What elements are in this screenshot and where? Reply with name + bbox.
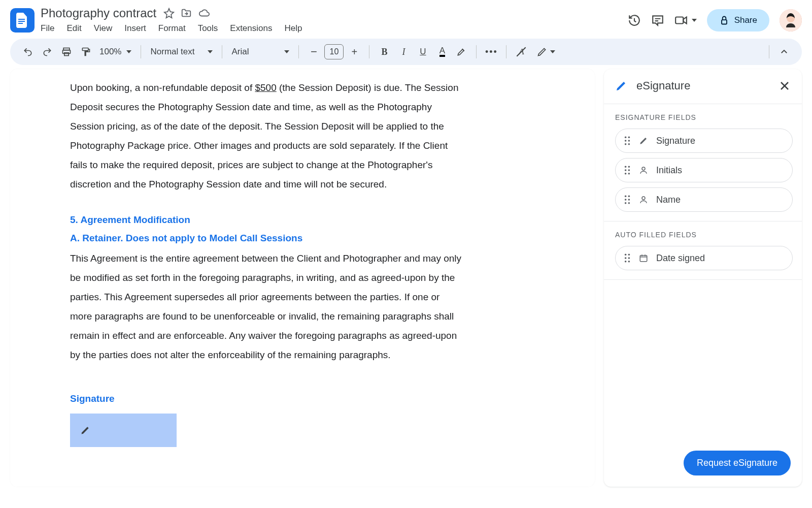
svg-point-36 (625, 257, 627, 259)
svg-point-23 (628, 169, 630, 171)
svg-point-21 (628, 166, 630, 168)
account-avatar[interactable] (780, 9, 802, 31)
signature-pen-icon (638, 136, 649, 145)
svg-point-26 (642, 167, 645, 170)
share-label: Share (734, 15, 757, 25)
menu-tools[interactable]: Tools (198, 23, 218, 34)
paragraph-agreement: This Agreement is the entire agreement b… (70, 249, 463, 365)
font-value: Arial (231, 47, 249, 57)
underline-button[interactable]: U (414, 43, 431, 60)
close-panel-button[interactable] (779, 80, 791, 92)
svg-rect-4 (722, 20, 727, 24)
svg-point-34 (625, 253, 627, 256)
style-value: Normal text (150, 47, 194, 57)
document-page[interactable]: Upon booking, a non-refundable deposit o… (10, 69, 595, 487)
comments-icon[interactable] (651, 14, 664, 27)
toolbar: 100% Normal text Arial − 10 + B I U A ••… (10, 39, 802, 65)
calendar-icon (638, 253, 649, 263)
bold-button[interactable]: B (376, 43, 393, 60)
person-icon (638, 195, 649, 204)
menu-insert[interactable]: Insert (124, 23, 146, 34)
svg-point-32 (628, 202, 630, 204)
svg-point-27 (625, 195, 627, 197)
signature-heading: Signature (70, 393, 463, 404)
clear-formatting-button[interactable]: A (513, 43, 530, 60)
doc-title[interactable]: Photography contract (41, 6, 156, 20)
undo-button[interactable] (19, 43, 37, 60)
section-title-auto-fields: AUTO FILLED FIELDS (615, 231, 793, 239)
svg-point-17 (628, 140, 630, 142)
chip-label: Signature (656, 136, 695, 146)
menu-edit[interactable]: Edit (66, 23, 81, 34)
font-size-input[interactable]: 10 (324, 44, 344, 59)
heading-5-agreement-modification: 5. Agreement Modification (70, 214, 463, 226)
text-color-button[interactable]: A (433, 43, 451, 60)
drag-handle-icon (624, 136, 631, 145)
print-button[interactable] (58, 43, 75, 60)
request-esignature-button[interactable]: Request eSignature (684, 451, 791, 475)
svg-rect-3 (675, 17, 683, 24)
section-title-esig-fields: ESIGNATURE FIELDS (615, 113, 793, 121)
svg-point-18 (625, 143, 627, 145)
menu-extensions[interactable]: Extensions (230, 23, 272, 34)
panel-title: eSignature (636, 79, 690, 92)
signature-field-placeholder[interactable] (70, 414, 177, 447)
paragraph-style-select[interactable]: Normal text (147, 47, 216, 57)
heading-a-retainer: A. Retainer. Does not apply to Model Cal… (70, 233, 463, 244)
svg-point-19 (628, 143, 630, 145)
move-icon[interactable] (181, 8, 192, 19)
menu-format[interactable]: Format (158, 23, 186, 34)
cloud-status-icon[interactable] (198, 8, 210, 19)
chip-label: Initials (656, 165, 682, 176)
svg-point-22 (625, 169, 627, 171)
esignature-pen-icon (615, 80, 627, 92)
drag-handle-icon (624, 166, 631, 175)
svg-rect-1 (18, 21, 25, 22)
paint-format-button[interactable] (77, 43, 94, 60)
svg-point-33 (642, 197, 645, 200)
docs-logo[interactable] (10, 8, 35, 33)
zoom-select[interactable]: 100% (96, 47, 134, 57)
menu-help[interactable]: Help (284, 23, 302, 34)
svg-point-37 (628, 257, 630, 259)
menu-view[interactable]: View (94, 23, 113, 34)
more-formatting-button[interactable]: ••• (483, 43, 500, 60)
field-chip-initials[interactable]: Initials (615, 158, 793, 182)
field-chip-name[interactable]: Name (615, 187, 793, 212)
drag-handle-icon (624, 195, 631, 204)
collapse-toolbar-button[interactable] (775, 43, 793, 60)
chip-label: Name (656, 195, 681, 205)
svg-point-31 (625, 202, 627, 204)
chip-label: Date signed (656, 253, 705, 264)
svg-line-11 (517, 47, 526, 56)
menu-file[interactable]: File (41, 23, 54, 34)
star-icon[interactable] (163, 8, 175, 19)
share-button[interactable]: Share (707, 9, 769, 31)
decrease-font-size-button[interactable]: − (305, 43, 322, 60)
svg-point-25 (628, 173, 630, 175)
svg-point-20 (625, 166, 627, 168)
zoom-value: 100% (99, 47, 121, 57)
person-icon (638, 166, 649, 175)
svg-point-14 (625, 136, 627, 138)
highlight-color-button[interactable] (453, 43, 470, 60)
svg-point-29 (625, 199, 627, 201)
field-chip-date-signed[interactable]: Date signed (615, 246, 793, 270)
font-family-select[interactable]: Arial (228, 47, 292, 57)
italic-button[interactable]: I (395, 43, 412, 60)
meet-icon[interactable] (674, 14, 697, 27)
menu-bar: File Edit View Insert Format Tools Exten… (41, 23, 628, 34)
field-chip-signature[interactable]: Signature (615, 129, 793, 153)
history-icon[interactable] (628, 14, 641, 27)
redo-button[interactable] (39, 43, 56, 60)
svg-point-38 (625, 261, 627, 263)
svg-point-28 (628, 195, 630, 197)
svg-rect-10 (82, 48, 88, 51)
svg-point-30 (628, 199, 630, 201)
esignature-panel: eSignature ESIGNATURE FIELDS Signature I… (604, 69, 802, 487)
svg-point-24 (625, 173, 627, 175)
increase-font-size-button[interactable]: + (346, 43, 363, 60)
svg-rect-2 (18, 23, 23, 24)
editing-mode-select[interactable] (532, 43, 560, 60)
svg-rect-40 (640, 256, 647, 262)
